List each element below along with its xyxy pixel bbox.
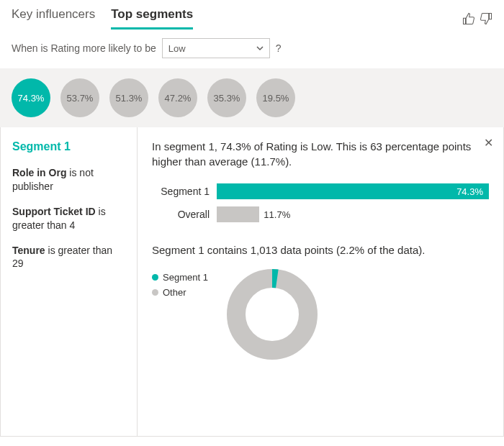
- thumbs-down-icon[interactable]: [480, 12, 492, 25]
- segments-strip: 74.3% 53.7% 51.3% 47.2% 35.3% 19.5%: [0, 68, 504, 127]
- donut-legend: Segment 1 Other: [152, 272, 208, 302]
- chevron-down-icon: [256, 45, 264, 52]
- donut-chart: [225, 268, 319, 361]
- segment-title: Segment 1: [12, 140, 125, 153]
- bar-row-segment: Segment 1 74.3%: [152, 183, 489, 199]
- donut-chart-wrap: Segment 1 Other: [152, 268, 489, 361]
- segment-bubble-5[interactable]: 35.3%: [207, 78, 246, 117]
- condition-row: Support Ticket ID is greater than 4: [12, 205, 125, 232]
- bar-fill-overall: [217, 206, 259, 222]
- legend-swatch-icon: [152, 274, 158, 281]
- bar-value: 74.3%: [456, 186, 483, 197]
- segment-bubble-3[interactable]: 51.3%: [109, 78, 148, 117]
- feedback-controls: [462, 12, 492, 25]
- segment-bubble-6[interactable]: 19.5%: [256, 78, 295, 117]
- bar-label: Overall: [152, 209, 217, 220]
- dropdown-value: Low: [168, 43, 186, 54]
- rating-dropdown[interactable]: Low: [162, 38, 270, 58]
- legend-label: Other: [163, 287, 186, 298]
- legend-segment: Segment 1: [152, 272, 208, 283]
- condition-row: Role in Org is not publisher: [12, 166, 125, 194]
- detail-conditions: Segment 1 Role in Org is not publisher S…: [1, 127, 138, 436]
- segment-bubble-2[interactable]: 53.7%: [60, 78, 99, 117]
- question-row: When is Rating more likely to be Low ?: [0, 29, 504, 68]
- bar-fill-segment: 74.3%: [217, 183, 489, 199]
- question-suffix: ?: [276, 42, 282, 54]
- tab-top-segments[interactable]: Top segments: [111, 7, 193, 29]
- header: Key influencers Top segments: [0, 0, 504, 29]
- condition-row: Tenure is greater than 29: [12, 244, 125, 271]
- legend-label: Segment 1: [163, 272, 208, 283]
- thumbs-up-icon[interactable]: [462, 12, 475, 25]
- summary-text: In segment 1, 74.3% of Rating is Low. Th…: [152, 139, 489, 169]
- segment-bubble-1[interactable]: 74.3%: [12, 78, 50, 117]
- legend-swatch-icon: [152, 289, 158, 296]
- bar-row-overall: Overall 11.7%: [152, 206, 489, 222]
- detail-charts: ✕ In segment 1, 74.3% of Rating is Low. …: [138, 127, 503, 436]
- legend-other: Other: [152, 287, 208, 298]
- tab-key-influencers[interactable]: Key influencers: [12, 7, 95, 29]
- svg-point-0: [236, 278, 308, 350]
- condition-field: Support Ticket ID: [12, 206, 96, 217]
- segment-bubble-4[interactable]: 47.2%: [158, 78, 197, 117]
- data-points-text: Segment 1 contains 1,013 data points (2.…: [152, 244, 489, 256]
- condition-field: Role in Org: [12, 167, 66, 178]
- bar-chart: Segment 1 74.3% Overall 11.7%: [152, 183, 489, 222]
- detail-panel: Segment 1 Role in Org is not publisher S…: [0, 127, 504, 437]
- close-icon[interactable]: ✕: [484, 136, 493, 150]
- bar-label: Segment 1: [152, 186, 217, 197]
- condition-field: Tenure: [12, 245, 45, 256]
- question-prefix: When is Rating more likely to be: [12, 42, 156, 54]
- bar-value: 11.7%: [259, 206, 290, 222]
- tabs: Key influencers Top segments: [12, 7, 193, 29]
